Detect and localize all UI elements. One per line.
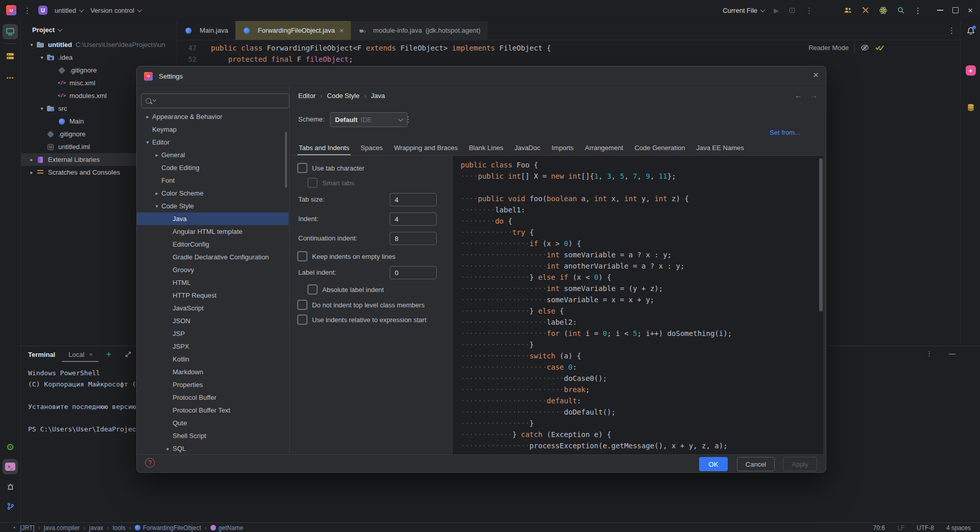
project-tree-item-untitled[interactable]: ▾untitledC:\Users\User\IdeaProjects\un <box>21 38 177 51</box>
status-crumb-forwardingfileobject[interactable]: ForwardingFileObject <box>135 524 201 531</box>
tab-size-input[interactable] <box>390 193 437 206</box>
code-style-tab-code-generation[interactable]: Code Generation <box>629 140 690 155</box>
indent-indicator[interactable]: 4 spaces <box>946 524 971 531</box>
window-close-button[interactable]: × <box>968 6 973 15</box>
code-style-tab-spaces[interactable]: Spaces <box>355 140 388 155</box>
problems-tool-window-button[interactable] <box>3 479 18 494</box>
code-with-me-users-icon[interactable] <box>844 6 852 15</box>
continuation-indent-input[interactable] <box>390 232 437 245</box>
apply-button[interactable]: Apply <box>783 457 817 471</box>
settings-nav-item-html[interactable]: HTML <box>137 276 289 289</box>
settings-nav-scrollbar[interactable] <box>285 132 287 188</box>
chevron-right-icon[interactable]: ▸ <box>143 114 152 119</box>
line-ending-indicator[interactable]: LF <box>897 524 904 531</box>
run-button[interactable]: ▶ <box>774 7 779 14</box>
code-style-tab-javadoc[interactable]: JavaDoc <box>509 140 546 155</box>
run-configuration-selector[interactable]: Current File <box>723 7 764 14</box>
editor-tab-main-java[interactable]: Main.java <box>177 21 235 40</box>
code-style-tab-blank-lines[interactable]: Blank Lines <box>463 140 509 155</box>
settings-nav-item-shell-script[interactable]: Shell Script <box>137 429 289 442</box>
editor-tab-forwardingfileobject-java[interactable]: ForwardingFileObject.java × <box>235 21 351 40</box>
code-style-tab-java-ee-names[interactable]: Java EE Names <box>691 140 750 155</box>
use-indents-relative-checkbox[interactable]: Use indents relative to expression start <box>297 315 426 325</box>
search-everywhere-icon[interactable] <box>897 6 905 14</box>
chevron-down-icon[interactable]: ▾ <box>152 203 161 209</box>
settings-nav-item-editor[interactable]: ▾Editor <box>137 136 289 149</box>
cancel-button[interactable]: Cancel <box>737 457 775 471</box>
settings-nav-item-json[interactable]: JSON <box>137 315 289 327</box>
inspections-ok-checks-icon[interactable] <box>875 44 885 52</box>
settings-close-icon[interactable]: × <box>813 69 819 81</box>
set-from-link[interactable]: Set from... <box>770 129 800 136</box>
main-menu-icon[interactable]: ⋮ <box>23 7 31 14</box>
terminal-output[interactable]: Windows PowerShell(C) Корпорация Майкрос… <box>28 368 140 435</box>
more-toolbar-icon[interactable]: ⋮ <box>914 7 922 14</box>
settings-back-icon[interactable]: ← <box>795 91 802 100</box>
settings-dialog-header[interactable]: IJ Settings × <box>137 66 826 86</box>
settings-nav-item-code-style[interactable]: ▾Code Style <box>137 200 289 212</box>
settings-nav-item-editorconfig[interactable]: EditorConfig <box>137 238 289 251</box>
project-switcher[interactable]: untitled <box>55 7 83 14</box>
close-session-icon[interactable]: × <box>89 351 93 358</box>
chevron-down-icon[interactable]: ▾ <box>143 139 152 145</box>
settings-nav-item-keymap[interactable]: Keymap <box>137 123 289 136</box>
settings-nav-item-font[interactable]: Font <box>137 174 289 187</box>
notifications-button[interactable] <box>963 24 978 39</box>
breadcrumb-item[interactable]: Code Style <box>327 92 360 100</box>
settings-nav-item-qute[interactable]: Qute <box>137 417 289 429</box>
tab-list-overflow-icon[interactable]: ⋮ <box>948 26 955 35</box>
help-icon[interactable]: ? <box>145 458 155 468</box>
settings-nav-item-groovy[interactable]: Groovy <box>137 263 289 276</box>
status-crumb-java-compiler[interactable]: java.compiler <box>44 524 80 531</box>
chevron-right-icon[interactable]: ▸ <box>152 190 161 196</box>
status-crumb-jrt[interactable]: [JRT] <box>20 524 34 531</box>
chevron-down-icon[interactable]: ▾ <box>27 42 36 47</box>
caret-position[interactable]: 70:6 <box>873 524 885 531</box>
status-crumb-tools[interactable]: tools <box>112 524 125 531</box>
editor-code[interactable]: 47public class ForwardingFileObject<F ex… <box>177 42 551 65</box>
settings-nav-item-appearance-behavior[interactable]: ▸Appearance & Behavior <box>137 110 289 123</box>
science-atom-icon[interactable] <box>879 6 888 15</box>
hide-terminal-icon[interactable]: — <box>949 350 955 357</box>
highlighting-off-eye-icon[interactable] <box>861 43 869 52</box>
debug-button[interactable] <box>788 6 796 14</box>
settings-nav-item-markdown[interactable]: Markdown <box>137 366 289 378</box>
settings-nav-item-javascript[interactable]: JavaScript <box>137 302 289 315</box>
chevron-right-icon[interactable]: ▸ <box>163 446 173 451</box>
settings-forward-icon[interactable]: → <box>810 91 818 100</box>
preview-scrollbar[interactable] <box>819 158 823 311</box>
window-maximize-button[interactable] <box>952 7 959 13</box>
code-style-tab-imports[interactable]: Imports <box>546 140 579 155</box>
terminal-title[interactable]: Terminal <box>28 351 55 358</box>
settings-nav-item-protocol-buffer-text[interactable]: Protocol Buffer Text <box>137 404 289 417</box>
vcs-menu[interactable]: Version control <box>90 7 141 14</box>
project-tree-item-idea[interactable]: ▾.idea <box>21 51 177 64</box>
chevron-right-icon[interactable]: ▸ <box>27 170 36 175</box>
run-more-options-icon[interactable]: ⋮ <box>805 7 813 14</box>
version-control-tool-window-button[interactable] <box>3 498 18 514</box>
settings-nav-item-general[interactable]: ▸General <box>137 149 289 161</box>
project-tool-window-button[interactable] <box>3 24 18 39</box>
ai-assistant-button[interactable]: + <box>963 63 978 78</box>
settings-search-field[interactable] <box>141 93 290 108</box>
new-session-icon[interactable]: + <box>106 349 111 359</box>
settings-nav-item-jsp[interactable]: JSP <box>137 327 289 340</box>
settings-nav-item-properties[interactable]: Properties <box>137 378 289 391</box>
indent-input[interactable] <box>390 212 437 226</box>
database-tool-window-button[interactable] <box>963 100 978 115</box>
ok-button[interactable]: OK <box>699 457 728 471</box>
code-style-tab-wrapping-and-braces[interactable]: Wrapping and Braces <box>388 140 463 155</box>
settings-nav-item-angular-html-template[interactable]: Angular HTML template <box>137 225 289 238</box>
settings-nav-item-java[interactable]: Java <box>137 212 289 225</box>
smart-tabs-checkbox[interactable]: Smart tabs <box>307 178 354 188</box>
expand-terminal-icon[interactable] <box>125 351 132 358</box>
settings-search-input[interactable] <box>157 96 272 105</box>
settings-nav-item-gradle-declarative-configuration[interactable]: Gradle Declarative Configuration <box>137 251 289 263</box>
status-crumb-getname[interactable]: getName <box>210 524 244 531</box>
reader-mode-label[interactable]: Reader Mode <box>808 44 849 52</box>
code-style-tab-arrangement[interactable]: Arrangement <box>579 140 629 155</box>
commit-tool-window-button[interactable] <box>3 49 18 64</box>
code-style-tab-tabs-and-indents[interactable]: Tabs and Indents <box>293 140 355 155</box>
chevron-down-icon[interactable]: ▾ <box>37 106 46 111</box>
build-tools-icon[interactable] <box>862 6 870 14</box>
